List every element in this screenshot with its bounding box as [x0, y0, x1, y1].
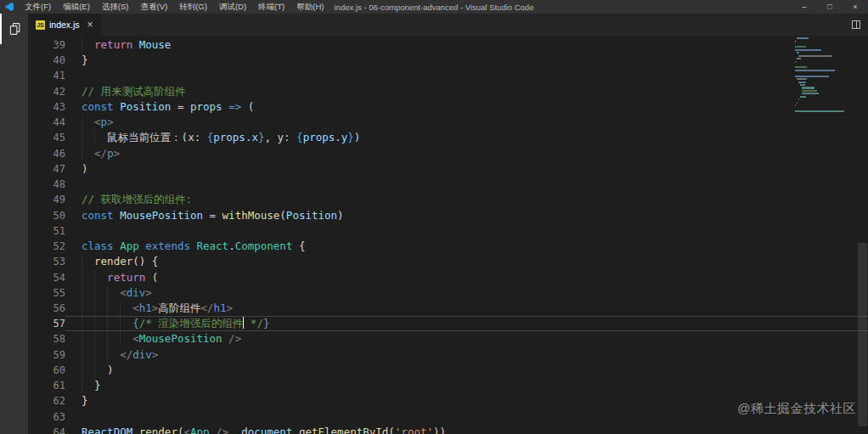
menu-item-7[interactable]: 帮助(H)	[290, 0, 330, 14]
line-number[interactable]: 52	[28, 239, 65, 254]
code-line-50[interactable]: 50const MousePosition = withMouse(Positi…	[28, 208, 868, 223]
tab-bar: JS index.js ×	[28, 14, 868, 36]
vscode-window: 文件(F)编辑(E)选择(S)查看(V)转到(G)调试(D)终端(T)帮助(H)…	[0, 0, 868, 434]
line-number[interactable]: 48	[28, 177, 65, 192]
minimap-content	[795, 37, 856, 112]
code-line-47[interactable]: 47)	[28, 161, 868, 177]
code-line-60[interactable]: 60 )	[28, 363, 868, 378]
explorer-icon[interactable]	[0, 14, 28, 44]
code-text: const Position = props => (	[65, 99, 868, 115]
close-button[interactable]: ×	[843, 0, 868, 14]
line-number[interactable]: 50	[28, 208, 65, 223]
menu-item-1[interactable]: 编辑(E)	[57, 0, 96, 14]
code-text: return (	[65, 270, 868, 285]
code-token: .	[132, 426, 139, 434]
code-line-41[interactable]: 41	[28, 68, 868, 83]
menu-item-3[interactable]: 查看(V)	[134, 0, 173, 14]
line-number[interactable]: 53	[28, 254, 65, 269]
code-token	[190, 240, 197, 252]
scrollbar-thumb[interactable]	[858, 243, 867, 426]
line-number[interactable]: 63	[28, 409, 65, 425]
menu-item-2[interactable]: 选择(S)	[96, 0, 135, 14]
split-editor-icon[interactable]	[852, 20, 860, 29]
code-token: render	[94, 255, 132, 268]
code-line-39[interactable]: 39 return Mouse	[28, 37, 868, 53]
code-token: }	[82, 379, 101, 392]
line-number[interactable]: 54	[28, 270, 65, 285]
editor[interactable]: 39 return Mouse40}4142// 用来测试高阶组件43const…	[28, 36, 868, 434]
code-token: 鼠标当前位置：(x:	[107, 131, 207, 144]
code-line-52[interactable]: 52class App extends React.Component {	[28, 239, 868, 254]
code-line-53[interactable]: 53 render() {	[28, 254, 868, 269]
indent-guide	[82, 115, 82, 130]
minimize-button[interactable]: –	[792, 0, 817, 14]
line-number[interactable]: 58	[28, 331, 65, 347]
minimap-line	[795, 61, 796, 63]
line-number[interactable]: 61	[28, 378, 65, 393]
indent-guide	[107, 347, 108, 363]
line-number[interactable]: 45	[28, 130, 65, 145]
code-line-58[interactable]: 58 <MousePosition />	[28, 331, 868, 347]
maximize-button[interactable]: □	[817, 0, 843, 14]
code-token: return	[94, 38, 132, 51]
code-line-45[interactable]: 45 鼠标当前位置：(x: {props.x}, y: {props.y})	[28, 130, 868, 145]
editor-scrollbar[interactable]	[857, 36, 868, 434]
code-token: ))	[433, 426, 446, 434]
menu-bar: 文件(F)编辑(E)选择(S)查看(V)转到(G)调试(D)终端(T)帮助(H)	[19, 0, 330, 14]
line-number[interactable]: 43	[28, 99, 65, 115]
code-line-51[interactable]: 51	[28, 223, 868, 239]
code-token: h1	[213, 302, 226, 314]
code-line-43[interactable]: 43const Position = props => (	[28, 99, 868, 115]
line-number[interactable]: 56	[28, 301, 65, 316]
code-line-40[interactable]: 40}	[28, 53, 868, 68]
code-line-64[interactable]: 64ReactDOM.render(<App />, document.getE…	[28, 425, 868, 434]
line-number[interactable]: 49	[28, 192, 65, 207]
code-line-59[interactable]: 59 </div>	[28, 347, 868, 363]
menu-item-0[interactable]: 文件(F)	[19, 0, 57, 14]
minimap-line	[800, 96, 806, 98]
code-text: // 用来测试高阶组件	[65, 84, 868, 99]
code-token: =	[171, 100, 190, 113]
code-text: <h1>高阶组件</h1>	[65, 301, 868, 316]
line-number[interactable]: 55	[28, 285, 65, 301]
code-token: props.x	[213, 131, 258, 144]
line-number[interactable]: 57	[28, 316, 65, 331]
line-number[interactable]: 46	[28, 146, 65, 161]
minimap-line	[795, 104, 796, 106]
line-number[interactable]: 60	[28, 363, 65, 378]
line-number[interactable]: 42	[28, 84, 65, 99]
code-line-48[interactable]: 48	[28, 177, 868, 192]
line-number[interactable]: 44	[28, 115, 65, 130]
minimap-line	[797, 58, 801, 59]
code-line-49[interactable]: 49// 获取增强后的组件:	[28, 192, 868, 207]
indent-guide	[82, 301, 82, 316]
code-line-46[interactable]: 46 </p>	[28, 146, 868, 161]
line-number[interactable]: 51	[28, 223, 65, 239]
minimap-line	[795, 40, 796, 42]
code-line-42[interactable]: 42// 用来测试高阶组件	[28, 84, 868, 99]
code-line-56[interactable]: 56 <h1>高阶组件</h1>	[28, 301, 868, 316]
code-token: .	[228, 240, 235, 252]
code-token	[82, 116, 94, 128]
line-number[interactable]: 64	[28, 425, 65, 434]
menu-item-6[interactable]: 终端(T)	[252, 0, 290, 14]
code-line-44[interactable]: 44 <p>	[28, 115, 868, 130]
menu-item-5[interactable]: 调试(D)	[213, 0, 252, 14]
line-number[interactable]: 62	[28, 393, 65, 409]
tab-indexjs[interactable]: JS index.js ×	[28, 14, 101, 36]
minimap[interactable]	[795, 37, 856, 113]
line-number[interactable]: 47	[28, 161, 65, 177]
code-line-61[interactable]: 61 }	[28, 378, 868, 393]
code-token: */	[244, 317, 263, 330]
code-token: (	[145, 271, 158, 284]
code-line-55[interactable]: 55 <div>	[28, 285, 868, 301]
line-number[interactable]: 41	[28, 68, 65, 83]
line-number[interactable]: 59	[28, 347, 65, 363]
tab-close-icon[interactable]: ×	[87, 19, 93, 31]
code-line-54[interactable]: 54 return (	[28, 270, 868, 285]
menu-item-4[interactable]: 转到(G)	[173, 0, 213, 14]
line-number[interactable]: 40	[28, 53, 65, 68]
line-number[interactable]: 39	[28, 37, 65, 53]
minimap-line	[797, 78, 807, 80]
code-line-57[interactable]: 57 {/* 渲染增强后的组件 */}	[28, 316, 868, 331]
